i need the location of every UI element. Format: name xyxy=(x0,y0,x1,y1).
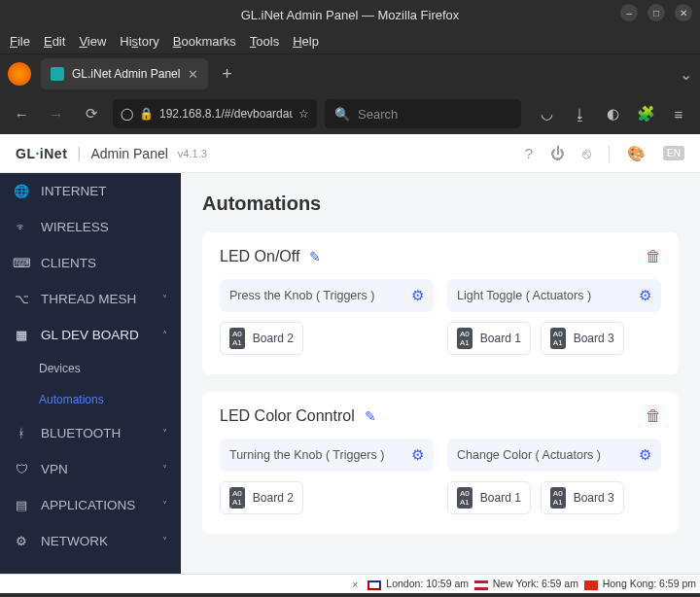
board-chip[interactable]: A0A1Board 3 xyxy=(541,322,624,355)
mesh-icon: ⌥ xyxy=(14,292,29,306)
card-title: LED Color Conntrol xyxy=(220,407,355,425)
edit-icon[interactable]: ✎ xyxy=(309,249,321,264)
menu-help[interactable]: Help xyxy=(293,34,319,49)
divider: | xyxy=(77,145,81,162)
forward-button[interactable]: → xyxy=(43,100,70,127)
sidebar-item-gl-dev-board[interactable]: ▦GL DEV BOARD˄ xyxy=(0,317,181,353)
sidebar-item-label: INTERNET xyxy=(41,184,107,198)
browser-navbar: ← → ⟳ ◯ 🔒 192.168.8.1/#/devboardautom ☆ … xyxy=(0,93,700,134)
chevron-down-icon: ˅ xyxy=(162,536,167,546)
back-button[interactable]: ← xyxy=(8,100,35,127)
tab-favicon xyxy=(51,67,64,81)
board-chip[interactable]: A0A1Board 1 xyxy=(447,481,531,514)
flag-icon xyxy=(474,580,488,590)
power-icon[interactable]: ⏻ xyxy=(550,145,565,161)
language-chip[interactable]: EN xyxy=(663,146,684,160)
gear-icon[interactable]: ⚙ xyxy=(411,446,424,464)
pocket-button[interactable]: ◡ xyxy=(533,100,560,127)
app-header: GL·iNet | Admin Panel v4.1.3 ? ⏻ ⎋ 🎨 EN xyxy=(0,134,700,173)
tab-close-button[interactable]: ✕ xyxy=(188,67,198,82)
status-bar: × London: 10:59 am New York: 6:59 am Hon… xyxy=(0,574,700,593)
help-icon[interactable]: ? xyxy=(525,145,533,161)
reload-button[interactable]: ⟳ xyxy=(78,100,105,127)
sidebar-item-applications[interactable]: ▤APPLICATIONS˅ xyxy=(0,487,181,523)
app-menu-button[interactable]: ≡ xyxy=(665,100,692,127)
account-button[interactable]: ◐ xyxy=(599,100,626,127)
sidebar-item-label: GL DEV BOARD xyxy=(41,328,139,342)
trash-icon[interactable]: 🗑 xyxy=(646,248,661,265)
page-title: Automations xyxy=(202,193,679,215)
new-tab-button[interactable]: + xyxy=(212,59,241,88)
url-bar[interactable]: ◯ 🔒 192.168.8.1/#/devboardautom ☆ xyxy=(113,99,317,128)
sidebar-item-thread-mesh[interactable]: ⌥THREAD MESH˅ xyxy=(0,281,181,317)
bookmark-star-icon[interactable]: ☆ xyxy=(298,107,309,121)
clock-hk: Hong Kong: 6:59 pm xyxy=(584,578,696,589)
sidebar: 🌐INTERNETᯤWIRELESS⌨CLIENTS⌥THREAD MESH˅▦… xyxy=(0,173,181,593)
flag-icon xyxy=(368,580,381,590)
browser-tabbar: GL.iNet Admin Panel ✕ + ⌄ xyxy=(0,54,700,93)
sidebar-item-wireless[interactable]: ᯤWIRELESS xyxy=(0,209,181,245)
gear-icon[interactable]: ⚙ xyxy=(411,287,424,304)
chip-label: Board 2 xyxy=(253,491,294,505)
sidebar-subitem-devices[interactable]: Devices xyxy=(0,353,181,384)
actuators-label: Light Toggle ( Actuators ) xyxy=(457,289,591,302)
menu-tools[interactable]: Tools xyxy=(250,34,279,49)
menu-bookmarks[interactable]: Bookmarks xyxy=(173,34,236,49)
sidebar-item-label: BLUETOOTH xyxy=(41,426,121,440)
port-badge: A0A1 xyxy=(550,328,566,349)
board-chip[interactable]: A0A1Board 3 xyxy=(541,481,624,514)
chip-label: Board 1 xyxy=(480,491,521,505)
trash-icon[interactable]: 🗑 xyxy=(646,407,661,425)
menu-file[interactable]: File xyxy=(10,34,30,49)
main-pane: Automations LED On/Off✎🗑Press the Knob (… xyxy=(181,173,700,593)
menu-view[interactable]: View xyxy=(79,34,106,49)
window-titlebar: GL.iNet Admin Panel — Mozilla Firefox – … xyxy=(0,0,700,29)
chip-label: Board 1 xyxy=(480,332,521,345)
window-title: GL.iNet Admin Panel — Mozilla Firefox xyxy=(241,8,460,22)
clock-uk: London: 10:59 am xyxy=(368,578,469,589)
tab-label: GL.iNet Admin Panel xyxy=(72,67,180,81)
sidebar-item-network[interactable]: ⚙NETWORK˅ xyxy=(0,523,181,559)
sidebar-subitem-automations[interactable]: Automations xyxy=(0,384,181,415)
board-chip[interactable]: A0A1Board 2 xyxy=(220,322,303,355)
board-chip[interactable]: A0A1Board 2 xyxy=(220,481,303,514)
gear-icon[interactable]: ⚙ xyxy=(639,446,651,464)
sidebar-item-label: APPLICATIONS xyxy=(41,498,135,512)
sidebar-item-internet[interactable]: 🌐INTERNET xyxy=(0,173,181,209)
url-text: 192.168.8.1/#/devboardautom xyxy=(159,107,293,121)
sidebar-item-clients[interactable]: ⌨CLIENTS xyxy=(0,245,181,281)
devices-icon: ⌨ xyxy=(14,256,29,270)
menu-history[interactable]: History xyxy=(120,34,158,49)
apps-icon: ▤ xyxy=(14,498,29,512)
theme-icon[interactable]: 🎨 xyxy=(627,145,646,162)
chevron-down-icon: ˅ xyxy=(162,500,167,510)
logout-icon[interactable]: ⎋ xyxy=(582,145,591,161)
extensions-button[interactable]: 🧩 xyxy=(632,100,659,127)
menu-edit[interactable]: Edit xyxy=(44,34,65,49)
downloads-button[interactable]: ⭳ xyxy=(566,100,593,127)
window-minimize-button[interactable]: – xyxy=(620,4,638,21)
gear-icon[interactable]: ⚙ xyxy=(639,287,651,304)
edit-icon[interactable]: ✎ xyxy=(365,408,376,424)
search-placeholder: Search xyxy=(358,107,398,122)
sidebar-item-bluetooth[interactable]: ᚼBLUETOOTH˅ xyxy=(0,415,181,451)
triggers-label: Press the Knob ( Triggers ) xyxy=(229,289,374,302)
search-bar[interactable]: 🔍 Search xyxy=(325,99,521,128)
board-chip[interactable]: A0A1Board 1 xyxy=(447,322,531,355)
browser-tab[interactable]: GL.iNet Admin Panel ✕ xyxy=(41,58,208,89)
status-close-icon[interactable]: × xyxy=(352,579,358,590)
sidebar-item-label: VPN xyxy=(41,462,68,476)
tabs-overflow-button[interactable]: ⌄ xyxy=(680,65,692,84)
board-icon: ▦ xyxy=(14,328,29,342)
sidebar-item-vpn[interactable]: 🛡VPN˅ xyxy=(0,451,181,487)
triggers-label: Turning the Knob ( Triggers ) xyxy=(229,448,384,462)
port-badge: A0A1 xyxy=(229,487,245,509)
triggers-header: Turning the Knob ( Triggers )⚙ xyxy=(220,439,434,472)
port-badge: A0A1 xyxy=(229,328,245,349)
chevron-up-icon: ˄ xyxy=(162,330,167,340)
window-maximize-button[interactable]: □ xyxy=(648,4,665,21)
card-title: LED On/Off xyxy=(220,248,299,265)
brand-logo: GL·iNet xyxy=(16,146,67,161)
flag-icon xyxy=(584,580,598,590)
window-close-button[interactable]: ✕ xyxy=(675,4,692,21)
